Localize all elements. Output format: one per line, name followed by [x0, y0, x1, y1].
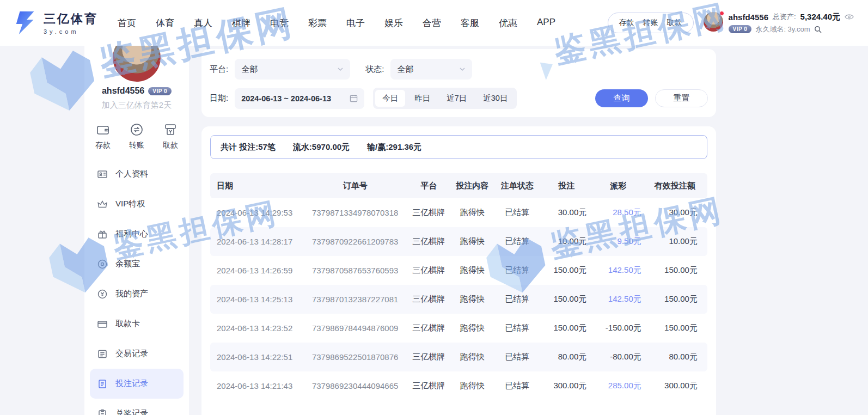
- row-status: 已结算: [493, 265, 542, 276]
- search-icon[interactable]: [814, 26, 822, 33]
- brand-logo[interactable]: 三亿体育 3y.com: [14, 10, 98, 35]
- row-platform: 三亿棋牌: [406, 352, 452, 362]
- sidebar-item-label: 福利中心: [115, 229, 148, 239]
- quick-action-withdraw[interactable]: 取款: [163, 123, 178, 150]
- sidebar-item-bet-records[interactable]: 投注记录: [90, 369, 184, 399]
- nav-item-lottery[interactable]: 彩票: [308, 17, 327, 29]
- quick-action-transfer[interactable]: 转账: [129, 123, 144, 150]
- deposit-link[interactable]: 存款: [619, 18, 634, 28]
- range-today[interactable]: 今日: [375, 90, 405, 107]
- sidebar-item-label: 我的资产: [115, 289, 148, 299]
- sidebar-item-label: 取款卡: [115, 319, 140, 329]
- table-row: 2024-06-13 14:25:13 7379870132387227081 …: [210, 285, 707, 314]
- row-bet: 300.00元: [542, 381, 591, 391]
- coin-icon: [96, 259, 108, 270]
- row-platform: 三亿棋牌: [406, 265, 452, 276]
- date-range-input[interactable]: 2024-06-13 ~ 2024-06-13: [235, 88, 364, 109]
- id-card-icon: [96, 169, 108, 180]
- row-valid-bet: 300.00元: [646, 381, 707, 391]
- row-valid-bet: 150.00元: [646, 265, 707, 276]
- eye-icon[interactable]: [845, 14, 854, 20]
- atm-icon: [163, 123, 178, 137]
- withdraw-link[interactable]: 取款: [667, 18, 682, 28]
- search-button[interactable]: 查询: [595, 89, 648, 107]
- nav-item-entertainment[interactable]: 娱乐: [384, 17, 403, 29]
- row-content: 跑得快: [452, 236, 493, 247]
- row-bet: 10.00元: [542, 236, 591, 247]
- sidebar-item-profile[interactable]: 个人资料: [90, 159, 184, 189]
- wallet-icon: [96, 123, 110, 137]
- row-content: 跑得快: [452, 207, 493, 218]
- range-yesterday[interactable]: 昨日: [407, 90, 437, 107]
- status-select[interactable]: 全部: [390, 59, 472, 80]
- sidebar-item-withdraw-card[interactable]: 取款卡: [90, 309, 184, 339]
- row-date: 2024-06-13 14:29:53: [210, 208, 304, 217]
- sidebar-item-label: 交易记录: [115, 349, 148, 359]
- summary-bar: 共计 投注:57笔 流水:5970.00元 输/赢:291.36元: [210, 135, 707, 159]
- nav-item-partner[interactable]: 合营: [423, 17, 441, 29]
- row-valid-bet: 80.00元: [646, 352, 707, 362]
- brand-domain: 3y.com: [44, 28, 98, 35]
- platform-selected-value: 全部: [241, 64, 258, 75]
- sidebar-item-welfare[interactable]: 福利中心: [90, 219, 184, 249]
- nav-item-slots[interactable]: 电子: [346, 17, 365, 29]
- nav-item-home[interactable]: 首页: [118, 17, 136, 29]
- col-valid-bet: 有效投注额: [646, 181, 707, 191]
- sidebar-item-redeem-records[interactable]: 兑奖记录: [90, 399, 184, 415]
- bet-records-table: 日期 订单号 平台 投注内容 注单状态 投注 派彩 有效投注额 2024-06-…: [210, 173, 707, 400]
- nav-item-esports[interactable]: 电竞: [270, 17, 289, 29]
- nav-item-service[interactable]: 客服: [461, 17, 479, 29]
- filter-card: 平台: 全部 状态: 全部 日期: 2024-06-13 ~ 2024-06-1…: [201, 49, 716, 117]
- clipboard-icon: [96, 408, 108, 415]
- nav-item-sports[interactable]: 体育: [156, 17, 174, 29]
- list-icon: [96, 349, 108, 359]
- nav-item-chess[interactable]: 棋牌: [232, 17, 250, 29]
- row-date: 2024-06-13 14:26:59: [210, 266, 304, 275]
- reset-button[interactable]: 重置: [655, 89, 708, 107]
- range-7days[interactable]: 近7日: [439, 90, 474, 107]
- row-platform: 三亿棋牌: [406, 323, 452, 333]
- nav-item-promo[interactable]: 优惠: [499, 17, 517, 29]
- platform-select[interactable]: 全部: [235, 59, 350, 80]
- quick-range-group: 今日 昨日 近7日 近30日: [373, 88, 517, 109]
- transfer-icon: [130, 123, 144, 137]
- row-content: 跑得快: [452, 352, 493, 362]
- row-status: 已结算: [493, 207, 542, 218]
- sidebar: ahsfd4556 VIP 0 加入三亿体育第2天 存款 转账 取款: [84, 33, 189, 415]
- sidebar-item-assets[interactable]: 我的资产: [90, 279, 184, 309]
- quick-action-deposit[interactable]: 存款: [95, 123, 111, 150]
- sidebar-item-vip[interactable]: VIP特权: [90, 189, 184, 219]
- row-order: 7379869784494876009: [304, 324, 405, 333]
- quick-action-label: 取款: [163, 141, 178, 150]
- row-bet: 150.00元: [542, 323, 591, 333]
- row-content: 跑得快: [452, 323, 493, 333]
- notification-dot: [719, 11, 724, 16]
- sidebar-item-yuebao[interactable]: 余额宝: [90, 249, 184, 279]
- assets-value: 5,324.40元: [800, 12, 840, 22]
- row-date: 2024-06-13 14:22:51: [210, 352, 304, 362]
- table-row: 2024-06-13 14:29:53 7379871334978070318 …: [210, 198, 707, 227]
- brand-name: 三亿体育: [44, 11, 98, 27]
- crown-icon: [96, 199, 108, 210]
- range-30days[interactable]: 近30日: [476, 90, 515, 107]
- status-label: 状态:: [365, 64, 384, 75]
- row-date: 2024-06-13 14:25:13: [210, 295, 304, 304]
- row-valid-bet: 30.00元: [646, 207, 707, 218]
- user-block: ahsfd4556 总资产: 5,324.40元 VIP 0 永久域名: 3y.…: [704, 12, 854, 34]
- nav-item-app[interactable]: APP: [537, 17, 555, 29]
- table-row: 2024-06-13 14:26:59 7379870587653760593 …: [210, 256, 707, 285]
- col-payout: 派彩: [591, 181, 645, 191]
- summary-total-bets: 共计 投注:57笔: [221, 142, 276, 152]
- username: ahsfd4556: [729, 13, 768, 22]
- quick-action-label: 转账: [129, 141, 144, 150]
- table-row: 2024-06-13 14:23:52 7379869784494876009 …: [210, 314, 707, 343]
- sidebar-username: ahsfd4556: [102, 86, 144, 96]
- row-date: 2024-06-13 14:23:52: [210, 324, 304, 333]
- join-days-text: 加入三亿体育第2天: [84, 100, 189, 111]
- nav-item-live[interactable]: 真人: [194, 17, 212, 29]
- row-date: 2024-06-13 14:28:17: [210, 237, 304, 246]
- avatar[interactable]: [704, 12, 723, 32]
- sidebar-item-transactions[interactable]: 交易记录: [90, 339, 184, 369]
- main-nav: 首页 体育 真人 棋牌 电竞 彩票 电子 娱乐 合营 客服 优惠 APP: [118, 17, 555, 29]
- transfer-link[interactable]: 转账: [643, 18, 658, 28]
